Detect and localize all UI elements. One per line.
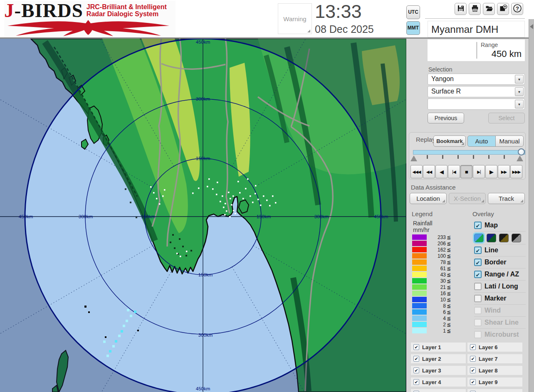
dropdown-extra[interactable]: ▼ bbox=[428, 99, 525, 110]
warning-button[interactable]: Warning bbox=[278, 3, 312, 34]
legend-entry: 30≦ bbox=[412, 278, 451, 284]
panel-collapse-strip[interactable] bbox=[529, 19, 534, 392]
track-button[interactable]: Track bbox=[488, 193, 525, 204]
overlay-item-line[interactable]: ✔Line bbox=[474, 244, 526, 256]
overlay-item-marker[interactable]: Marker bbox=[474, 292, 526, 304]
checkbox[interactable]: ✔ bbox=[470, 344, 476, 350]
forward-fast-button[interactable]: ▶▶▶ bbox=[510, 165, 522, 178]
stop-button[interactable]: ■ bbox=[460, 165, 472, 178]
auto-button[interactable]: Auto bbox=[467, 136, 496, 147]
layer-toggle-layer-6[interactable]: ✔Layer 6 bbox=[467, 343, 522, 352]
layer-toggle-layer-3[interactable]: ✔Layer 3 bbox=[411, 366, 466, 375]
checkbox[interactable] bbox=[474, 307, 482, 314]
overlay-item-wind[interactable]: Wind bbox=[474, 304, 526, 316]
overlay-item-shear-line[interactable]: Shear Line bbox=[474, 316, 526, 328]
previous-button[interactable]: Previous bbox=[428, 113, 464, 123]
range-label: Range bbox=[481, 42, 498, 48]
chevron-down-icon[interactable]: ▼ bbox=[515, 100, 524, 108]
radar-map[interactable]: 450km300km150km150km300km450km450km300km… bbox=[0, 39, 406, 392]
layer-toggle-layer-9[interactable]: ✔Layer 9 bbox=[467, 377, 522, 387]
replay-range-marker-right[interactable] bbox=[517, 155, 523, 161]
dropdown-product[interactable]: Surface R▼ bbox=[428, 86, 525, 97]
legend-entry: 16≦ bbox=[412, 290, 451, 296]
layer-toggle-layer-7[interactable]: ✔Layer 7 bbox=[467, 354, 522, 363]
slider-tick bbox=[473, 155, 474, 159]
checkbox[interactable]: ✔ bbox=[470, 367, 476, 373]
replay-slider-thumb[interactable] bbox=[518, 148, 525, 155]
overlay-item-label: Wind bbox=[485, 307, 501, 314]
overlay-item-map[interactable]: ✔Map bbox=[474, 219, 526, 231]
layer-toggle-layer-5[interactable]: ✔Layer 5 bbox=[411, 389, 466, 392]
map-style-black-gray[interactable] bbox=[512, 234, 521, 242]
map-style-terrain-blue-green[interactable] bbox=[474, 234, 484, 242]
checkbox[interactable] bbox=[474, 295, 482, 302]
overlay-item-label: Range / AZ bbox=[485, 271, 519, 278]
overlay-item-lati-long[interactable]: Lati / Long bbox=[474, 280, 526, 292]
step-back-button[interactable]: |◀ bbox=[448, 165, 460, 178]
legend-value: 30 bbox=[427, 278, 446, 284]
bookmark-button[interactable]: Bookmark bbox=[433, 136, 466, 147]
checkbox[interactable] bbox=[474, 319, 482, 326]
play-button[interactable]: ▶ bbox=[485, 165, 497, 178]
checkbox[interactable]: ✔ bbox=[413, 344, 419, 350]
layer-label: Layer 4 bbox=[422, 379, 441, 385]
overlay-item-microburst[interactable]: Microburst bbox=[474, 328, 526, 340]
legend-lte-symbol: ≦ bbox=[447, 253, 451, 259]
checkbox[interactable]: ✔ bbox=[470, 379, 476, 385]
replay-range-marker-left[interactable] bbox=[410, 155, 417, 161]
checkbox[interactable]: ✔ bbox=[474, 247, 482, 254]
checkbox[interactable]: ✔ bbox=[474, 222, 482, 229]
layer-toggle-layer-8[interactable]: ✔Layer 8 bbox=[467, 366, 522, 375]
location-button[interactable]: Location bbox=[410, 193, 447, 204]
checkbox[interactable]: ✔ bbox=[474, 271, 482, 278]
layer-toggle-layer-10[interactable]: ✔Layer 10 bbox=[467, 389, 522, 392]
manual-button[interactable]: Manual bbox=[495, 136, 524, 147]
layer-toggle-layer-2[interactable]: ✔Layer 2 bbox=[411, 354, 466, 363]
legend-lte-symbol: ≦ bbox=[447, 284, 451, 290]
legend-lte-symbol: ≦ bbox=[447, 297, 451, 303]
replay-label: Replay bbox=[416, 136, 435, 143]
checkbox[interactable]: ✔ bbox=[413, 379, 419, 385]
slider-tick bbox=[457, 155, 459, 159]
overlay-item-range-az[interactable]: ✔Range / AZ bbox=[474, 268, 526, 280]
select-button[interactable]: Select bbox=[488, 113, 525, 123]
step-forward-button[interactable]: ▶| bbox=[473, 165, 485, 178]
mmt-button[interactable]: MMT bbox=[406, 21, 420, 35]
print-button[interactable] bbox=[469, 3, 481, 15]
checkbox[interactable]: ✔ bbox=[413, 356, 419, 362]
legend-entry: 10≦ bbox=[412, 296, 451, 303]
map-style-black-olive[interactable] bbox=[499, 234, 509, 242]
checkbox[interactable] bbox=[474, 283, 482, 290]
utc-button[interactable]: UTC bbox=[406, 5, 420, 19]
rewind-button[interactable]: ◀◀ bbox=[423, 165, 435, 178]
map-style-dark-blue-green[interactable] bbox=[487, 234, 496, 242]
play-reverse-button[interactable]: ◀ bbox=[435, 165, 447, 178]
overlay-item-label: Microburst bbox=[485, 331, 519, 338]
legend-value: 100 bbox=[427, 253, 446, 259]
forward-button[interactable]: ▶▶ bbox=[498, 165, 510, 178]
open-folder-button[interactable] bbox=[483, 3, 495, 15]
x-section-button[interactable]: X-Section bbox=[449, 193, 486, 204]
rewind-fast-button[interactable]: ◀◀◀ bbox=[410, 165, 423, 178]
add-image-icon bbox=[499, 4, 507, 14]
help-button[interactable]: ? bbox=[511, 3, 523, 15]
checkbox[interactable]: ✔ bbox=[470, 356, 476, 362]
chevron-down-icon[interactable]: ▼ bbox=[515, 87, 524, 96]
range-box: Range 450 km bbox=[428, 39, 525, 61]
overlay-item-border[interactable]: ✔Border bbox=[474, 256, 526, 268]
checkbox[interactable]: ✔ bbox=[474, 259, 482, 266]
layer-label: Layer 1 bbox=[422, 344, 441, 350]
chevron-down-icon[interactable]: ▼ bbox=[515, 75, 524, 84]
save-button[interactable] bbox=[455, 3, 467, 15]
legend-lte-symbol: ≦ bbox=[447, 316, 451, 321]
legend-value: 10 bbox=[427, 297, 446, 303]
replay-slider-track[interactable] bbox=[413, 150, 525, 155]
add-image-button[interactable] bbox=[497, 3, 509, 15]
dropdown-site[interactable]: Yangon▼ bbox=[428, 74, 525, 85]
overlay-item-label: Map bbox=[485, 222, 498, 229]
svg-text:300km: 300km bbox=[79, 214, 93, 219]
checkbox[interactable] bbox=[474, 331, 482, 338]
checkbox[interactable]: ✔ bbox=[413, 367, 419, 373]
layer-toggle-layer-4[interactable]: ✔Layer 4 bbox=[411, 377, 466, 387]
layer-toggle-layer-1[interactable]: ✔Layer 1 bbox=[411, 343, 466, 352]
